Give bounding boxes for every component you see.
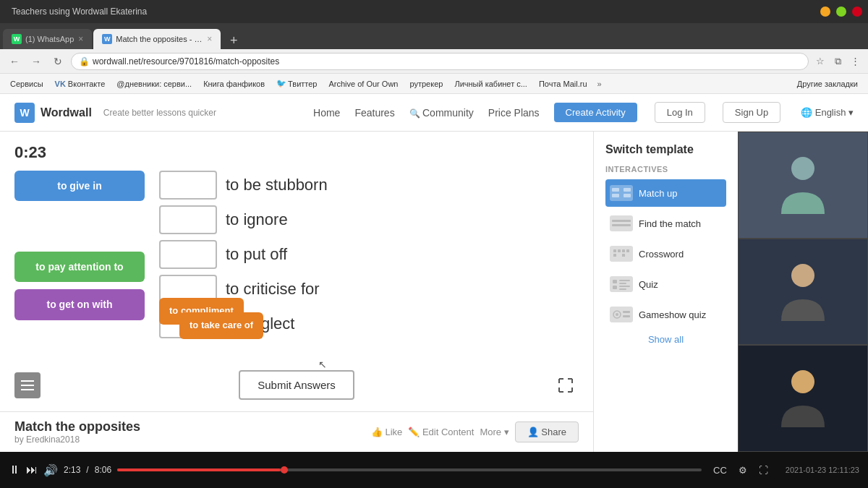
skip-forward-button[interactable]: ⏭ xyxy=(26,463,38,476)
cursor-pointer: ↖ xyxy=(318,359,330,370)
settings-button[interactable]: ⚙ xyxy=(739,465,747,476)
refresh-button[interactable]: ↻ xyxy=(49,53,67,70)
crossword-icon xyxy=(610,246,633,262)
like-icon[interactable]: 👍 Like xyxy=(371,427,402,437)
findmatch-label: Find the match xyxy=(639,218,701,229)
match-text-2: to ignore xyxy=(226,210,288,229)
wordwall-navbar: W Wordwall Create better lessons quicker… xyxy=(0,94,868,132)
activity-area: 0:23 to give in to pay attention to to g… xyxy=(0,132,868,452)
edit-icon[interactable]: ✏️ Edit Content xyxy=(408,427,474,437)
svg-rect-20 xyxy=(619,288,626,290)
nav-price-plans[interactable]: Price Plans xyxy=(488,107,540,119)
sign-up-button[interactable]: Sign Up xyxy=(723,102,780,123)
volume-button[interactable]: 🔊 xyxy=(43,463,58,477)
bookmark-ao3[interactable]: Archive of Our Own xyxy=(324,78,402,90)
word-button-get-on-with[interactable]: to get on with xyxy=(14,289,145,320)
drop-box-3[interactable] xyxy=(159,240,217,269)
bookmark-fanfic[interactable]: Книга фанфиков xyxy=(199,78,269,90)
bookmark-vk[interactable]: VK Вконтакте xyxy=(51,78,110,90)
bookmark-services[interactable]: Сервисы xyxy=(6,78,48,90)
match-text-4: to criticise for xyxy=(226,280,320,299)
bookmark-diary[interactable]: @дневники: серви... xyxy=(112,78,196,90)
match-row-2: to ignore xyxy=(159,205,579,234)
current-time: 2:13 xyxy=(64,465,80,475)
tab-wordwall[interactable]: W Match the opposites - Match × xyxy=(93,29,221,49)
bookmark-star-icon[interactable]: ☆ xyxy=(813,54,827,69)
submit-answers-button[interactable]: Submit Answers xyxy=(239,370,354,400)
minimize-button[interactable]: ─ xyxy=(820,7,830,17)
webcam-slot-middle xyxy=(738,239,868,346)
bookmark-twitter[interactable]: 🐦 Твиттер xyxy=(272,77,321,90)
drop-box-2[interactable] xyxy=(159,205,217,234)
template-item-crossword[interactable]: Crossword xyxy=(605,240,726,267)
tab-wordwall-close[interactable]: × xyxy=(207,34,212,44)
captions-button[interactable]: CC xyxy=(713,465,727,476)
crossword-label: Crossword xyxy=(639,249,684,260)
matchup-icon xyxy=(610,185,633,201)
template-item-matchup[interactable]: Match up xyxy=(605,179,726,207)
svg-point-25 xyxy=(791,157,814,180)
person-silhouette-middle xyxy=(778,260,828,325)
bookmark-mail[interactable]: Почта Mail.ru xyxy=(535,78,592,90)
new-tab-button[interactable]: + xyxy=(225,32,242,49)
svg-rect-3 xyxy=(612,188,619,192)
template-item-quiz[interactable]: Quiz xyxy=(605,270,726,298)
bookmark-ao3-label: Archive of Our Own xyxy=(328,80,398,88)
tab-whatsapp-close[interactable]: × xyxy=(78,34,83,44)
svg-rect-11 xyxy=(622,249,625,252)
match-row-3: to put off xyxy=(159,240,579,269)
play-pause-button[interactable]: ⏸ xyxy=(9,463,20,476)
lock-icon: 🔒 xyxy=(79,56,90,67)
wordwall-favicon: W xyxy=(102,34,112,44)
share-button[interactable]: 👤 Share xyxy=(515,421,579,442)
drop-box-1[interactable] xyxy=(159,171,217,200)
word-button-take-care[interactable]: to take care of xyxy=(179,312,263,339)
bookmarks-bar: Сервисы VK Вконтакте @дневники: серви...… xyxy=(0,74,868,94)
template-item-gameshow[interactable]: Gameshow quiz xyxy=(605,301,726,328)
dragged-card-take-care[interactable]: to take care of xyxy=(179,312,263,339)
svg-rect-17 xyxy=(619,283,626,284)
bookmark-services-label: Сервисы xyxy=(10,80,43,88)
bookmark-rutracker[interactable]: рутрекер xyxy=(405,78,447,90)
bookmark-other[interactable]: Другие закладки xyxy=(793,78,862,90)
bookmark-vk-label: Вконтакте xyxy=(68,80,105,88)
svg-point-27 xyxy=(791,370,814,393)
more-bookmarks-indicator: » xyxy=(597,80,602,88)
switch-template-title: Switch template xyxy=(605,143,726,156)
create-activity-button[interactable]: Create Activity xyxy=(554,103,637,122)
word-button-pay-attention[interactable]: to pay attention to xyxy=(14,252,145,282)
nav-community[interactable]: 🔍 Community xyxy=(409,107,474,119)
menu-icon[interactable]: ⋮ xyxy=(848,54,862,69)
tab-wordwall-label: Match the opposites - Match xyxy=(116,35,203,43)
match-text-1: to be stubborn xyxy=(226,176,328,194)
more-icon[interactable]: More ▾ xyxy=(480,427,509,437)
match-row-1: to be stubborn xyxy=(159,171,579,200)
close-button[interactable]: × xyxy=(852,7,862,17)
svg-rect-7 xyxy=(612,220,631,222)
findmatch-svg xyxy=(611,217,631,230)
svg-rect-15 xyxy=(613,280,617,283)
crossword-svg xyxy=(611,247,631,260)
url-box[interactable]: 🔒 wordwall.net/resource/9701816/match-op… xyxy=(71,53,809,70)
video-progress-bar[interactable] xyxy=(117,468,702,471)
tab-whatsapp[interactable]: W (1) WhatsApp × xyxy=(3,29,92,49)
forward-button[interactable]: → xyxy=(27,53,45,70)
log-in-button[interactable]: Log In xyxy=(655,102,705,123)
template-item-findmatch[interactable]: Find the match xyxy=(605,210,726,237)
bookmark-cabinet[interactable]: Личный кабинет с... xyxy=(450,78,531,90)
community-search-icon: 🔍 xyxy=(409,108,422,119)
nav-features[interactable]: Features xyxy=(354,107,394,119)
game-menu-button[interactable] xyxy=(14,372,41,398)
word-button-give-in[interactable]: to give in xyxy=(14,171,145,201)
main-content: W Wordwall Create better lessons quicker… xyxy=(0,94,868,452)
show-all-button[interactable]: Show all xyxy=(605,334,726,345)
fullscreen-button[interactable] xyxy=(553,372,579,398)
nav-home[interactable]: Home xyxy=(313,107,340,119)
svg-rect-23 xyxy=(623,311,630,313)
extensions-icon[interactable]: ⧉ xyxy=(830,54,845,69)
fullscreen-video-button[interactable]: ⛶ xyxy=(759,465,768,476)
back-button[interactable]: ← xyxy=(6,53,23,70)
language-selector[interactable]: 🌐 English ▾ xyxy=(801,107,854,118)
bookmark-rutracker-label: рутрекер xyxy=(409,80,443,88)
maximize-button[interactable]: □ xyxy=(836,7,846,17)
